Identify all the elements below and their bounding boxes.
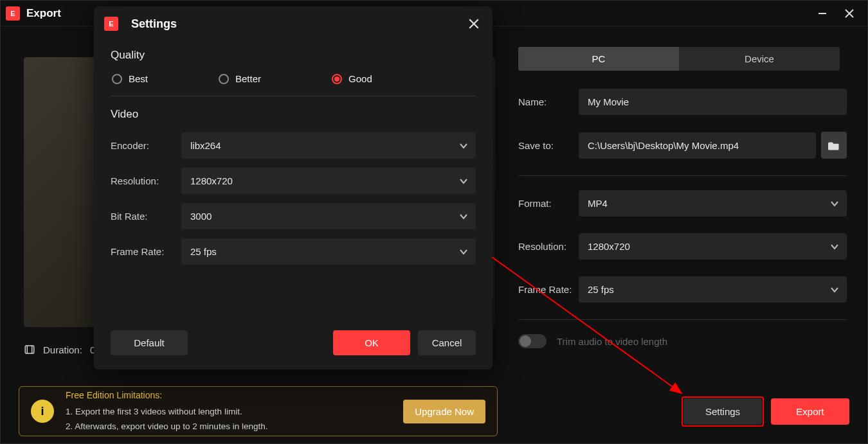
limitations-line1: 1. Export the first 3 videos without len… [66,407,242,416]
tab-pc[interactable]: PC [518,47,679,71]
name-label: Name: [518,96,579,107]
limitations-text: Free Edition Limitations: 1. Export the … [66,388,392,434]
trim-audio-label: Trim audio to video length [557,336,667,347]
radio-better[interactable]: Better [219,73,261,84]
export-form: PC Device Name: Save to: Format: MP4 [518,26,867,379]
close-icon [468,18,480,30]
saveto-label: Save to: [518,140,579,151]
bottom-bar: i Free Edition Limitations: 1. Export th… [1,379,867,443]
duration-label: Duration: [43,344,82,355]
browse-button[interactable] [821,132,847,159]
cancel-button[interactable]: Cancel [418,330,476,355]
minimize-button[interactable] [815,6,830,21]
info-icon: i [31,400,54,423]
radio-good[interactable]: Good [332,73,372,84]
encoder-select[interactable]: libx264 [181,132,476,159]
format-select[interactable]: MP4 [579,190,847,217]
trim-audio-toggle[interactable] [518,334,547,348]
modal-framerate-label: Frame Rate: [111,246,181,257]
divider [518,175,847,176]
tab-device[interactable]: Device [679,47,840,71]
name-input[interactable] [579,89,847,115]
radio-best[interactable]: Best [112,73,148,84]
app-icon: E [104,17,118,31]
modal-close-button[interactable] [466,15,482,32]
app-icon: E [6,6,20,21]
framerate-label: Frame Rate: [518,284,579,295]
output-tabs: PC Device [518,47,840,71]
modal-title: Settings [131,17,459,31]
settings-modal: E Settings Quality Best Better Good Vide… [94,6,493,369]
encoder-label: Encoder: [111,140,181,151]
ok-button[interactable]: OK [333,330,410,355]
modal-framerate-select[interactable]: 25 fps [181,238,476,265]
radio-good-label: Good [348,73,372,84]
radio-better-label: Better [235,73,261,84]
radio-best-label: Best [129,73,148,84]
default-button[interactable]: Default [111,330,188,355]
modal-resolution-label: Resolution: [111,175,181,186]
folder-icon [828,140,840,150]
svg-rect-3 [25,346,34,353]
bottom-actions: Settings Export [683,398,849,425]
divider [518,319,847,320]
modal-resolution-select[interactable]: 1280x720 [181,168,476,194]
quality-radio-group: Best Better Good [111,73,476,84]
divider [111,96,476,96]
quality-section-title: Quality [111,49,476,62]
format-label: Format: [518,198,579,209]
saveto-input[interactable] [579,132,816,159]
bitrate-label: Bit Rate: [111,211,181,222]
bitrate-select[interactable]: 3000 [181,203,476,229]
video-section-title: Video [111,108,476,121]
modal-footer: Default OK Cancel [94,320,493,369]
upgrade-button[interactable]: Upgrade Now [403,400,485,423]
modal-titlebar: E Settings [94,6,493,41]
window-buttons [815,6,862,21]
export-button[interactable]: Export [771,398,849,425]
limitations-banner: i Free Edition Limitations: 1. Export th… [19,386,498,436]
film-icon [24,344,35,355]
modal-body: Quality Best Better Good Video Encoder: … [94,41,493,320]
limitations-line2: 2. Afterwards, export video up to 2 minu… [66,422,267,431]
resolution-label: Resolution: [518,241,579,252]
close-button[interactable] [842,6,857,21]
settings-button[interactable]: Settings [683,398,762,425]
limitations-title: Free Edition Limitations: [66,388,392,404]
framerate-select[interactable]: 25 fps [579,276,847,303]
resolution-select[interactable]: 1280x720 [579,233,847,260]
